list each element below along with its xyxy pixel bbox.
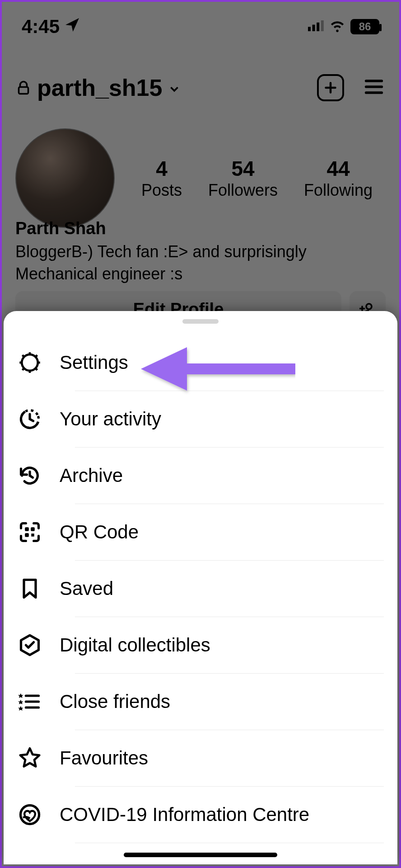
menu-item-your-activity[interactable]: Your activity — [17, 391, 384, 447]
menu-label: Archive — [60, 465, 123, 486]
svg-rect-17 — [25, 527, 29, 531]
activity-clock-icon — [17, 406, 42, 432]
svg-line-13 — [23, 368, 24, 370]
svg-rect-18 — [31, 527, 35, 531]
favourites-star-icon — [17, 745, 42, 771]
covid-info-icon — [17, 802, 42, 827]
svg-line-11 — [23, 355, 24, 357]
menu-item-qr-code[interactable]: QR Code — [17, 504, 384, 560]
settings-gear-icon — [17, 350, 42, 375]
menu-item-settings[interactable]: Settings — [17, 335, 384, 391]
menu-item-covid-info[interactable]: COVID-19 Information Centre — [17, 787, 384, 843]
svg-line-14 — [36, 355, 37, 357]
hamburger-menu-sheet: Settings Your activity Archive — [4, 311, 397, 864]
menu-label: Settings — [60, 352, 128, 373]
menu-label: Favourites — [60, 747, 148, 769]
menu-item-archive[interactable]: Archive — [17, 448, 384, 504]
menu-item-close-friends[interactable]: Close friends — [17, 674, 384, 730]
menu-item-saved[interactable]: Saved — [17, 561, 384, 617]
close-friends-icon — [17, 689, 42, 714]
menu-label: Close friends — [60, 691, 170, 712]
archive-history-icon — [17, 463, 42, 488]
home-indicator[interactable] — [124, 853, 277, 857]
menu-list: Settings Your activity Archive — [4, 335, 397, 843]
menu-label: Saved — [60, 578, 113, 599]
menu-label: COVID-19 Information Centre — [60, 804, 309, 826]
svg-point-6 — [22, 354, 38, 371]
menu-item-favourites[interactable]: Favourites — [17, 730, 384, 786]
menu-label: QR Code — [60, 521, 139, 543]
svg-rect-19 — [25, 533, 29, 537]
saved-bookmark-icon — [17, 576, 42, 601]
svg-line-12 — [36, 368, 37, 370]
digital-collectibles-icon — [17, 632, 42, 658]
menu-label: Your activity — [60, 408, 161, 430]
menu-item-digital-collectibles[interactable]: Digital collectibles — [17, 617, 384, 673]
qr-code-icon — [17, 519, 42, 545]
svg-rect-20 — [31, 533, 34, 537]
sheet-grabber[interactable] — [182, 319, 219, 324]
menu-label: Digital collectibles — [60, 634, 210, 656]
